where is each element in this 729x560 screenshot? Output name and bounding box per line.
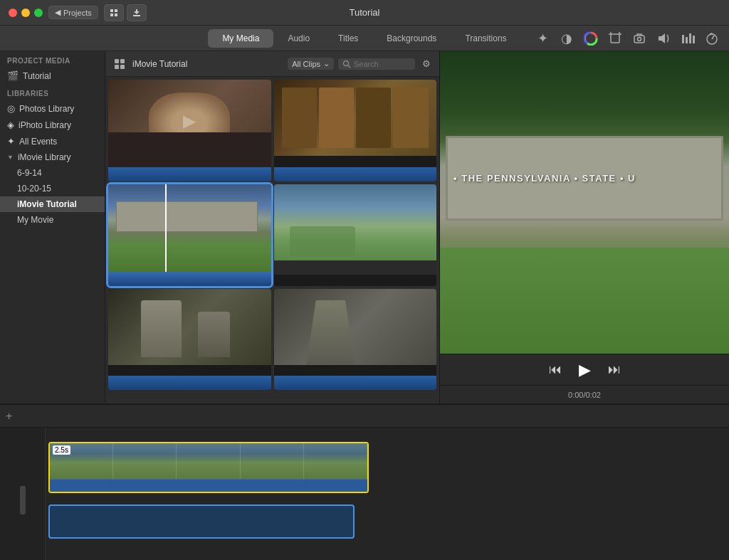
audio-waveform-6 <box>274 376 437 390</box>
playhead <box>165 184 167 272</box>
search-input[interactable] <box>354 60 411 68</box>
tab-titles[interactable]: Titles <box>324 29 372 48</box>
clip-filter-dropdown[interactable]: All Clips ⌄ <box>288 58 334 70</box>
magic-wand-icon[interactable]: ✦ <box>533 28 552 48</box>
speed-icon[interactable] <box>702 28 722 48</box>
preview-video-area: • THE PENNSYLVANIA • STATE • U <box>440 51 729 354</box>
toggle-view-icon[interactable] <box>111 56 128 73</box>
svg-rect-2 <box>110 14 113 16</box>
sidebar-item-imovie-library[interactable]: ▼ iMovie Library <box>0 149 105 165</box>
sidebar-item-my-movie[interactable]: My Movie <box>0 212 105 228</box>
timeline-video-track: 2.5s <box>48 442 369 499</box>
tab-my-media[interactable]: My Media <box>208 29 273 48</box>
timeline-toolbar: + <box>0 405 729 428</box>
crop-icon[interactable] <box>605 28 625 48</box>
sidebar-item-imovie-tutorial[interactable]: iMovie Tutorial <box>0 196 105 212</box>
titlebar: ◀ Projects Tutorial <box>0 0 729 26</box>
iphoto-icon: ◈ <box>7 120 14 130</box>
fullscreen-button[interactable] <box>34 9 43 17</box>
sidebar-item-photos-library[interactable]: ◎ Photos Library <box>0 100 105 117</box>
svg-rect-15 <box>689 33 691 43</box>
svg-rect-1 <box>115 9 117 12</box>
media-clip-3[interactable]: 2.5s <box>108 184 271 286</box>
timeline-content: 2.5s <box>0 428 729 560</box>
back-chevron-icon: ◀ <box>55 8 61 17</box>
svg-rect-3 <box>115 14 117 16</box>
svg-rect-6 <box>611 34 619 43</box>
timeline-add-icon[interactable]: + <box>6 410 12 423</box>
sidebar: PROJECT MEDIA 🎬 Tutorial LIBRARIES ◎ Pho… <box>0 51 105 403</box>
sidebar-item-all-events[interactable]: ✦ All Events <box>0 133 105 149</box>
svg-rect-20 <box>115 65 119 69</box>
filter-chevron-icon: ⌄ <box>323 59 330 68</box>
svg-rect-19 <box>120 59 125 63</box>
color-wheel-icon[interactable] <box>581 28 601 48</box>
timeline-playhead <box>54 428 56 541</box>
media-clip-2[interactable] <box>274 80 437 181</box>
preview-time-display: 0:00 / 0:02 <box>440 385 729 403</box>
search-icon <box>342 60 351 68</box>
libraries-label: LIBRARIES <box>0 84 105 100</box>
svg-rect-0 <box>110 9 113 12</box>
media-library-title: iMovie Tutorial <box>132 59 283 69</box>
timeline-panel: + 2.5s <box>0 403 729 560</box>
timeline-audio-track[interactable] <box>48 504 355 539</box>
media-clip-grid: 2.5s <box>105 77 439 403</box>
photos-icon: ◎ <box>7 103 15 114</box>
timeline-audio-waveform <box>50 479 367 492</box>
timeline-clip-duration: 2.5s <box>53 445 70 455</box>
search-box[interactable] <box>338 58 415 70</box>
sidebar-item-tutorial[interactable]: 🎬 Tutorial <box>0 68 105 84</box>
equalizer-icon[interactable] <box>678 28 698 48</box>
svg-rect-14 <box>686 37 688 43</box>
volume-icon[interactable] <box>654 28 673 48</box>
download-button[interactable] <box>127 4 147 21</box>
events-icon: ✦ <box>7 136 15 147</box>
media-clip-6[interactable] <box>274 289 437 391</box>
sidebar-item-iphoto-library[interactable]: ◈ iPhoto Library <box>0 117 105 133</box>
window-title: Tutorial <box>350 7 380 18</box>
color-balance-icon[interactable]: ◑ <box>557 28 577 48</box>
media-clip-5[interactable] <box>108 289 271 391</box>
close-button[interactable] <box>9 9 17 17</box>
movie-icon: 🎬 <box>7 70 19 81</box>
minimize-button[interactable] <box>21 9 30 17</box>
timeline-clip[interactable]: 2.5s <box>48 442 369 493</box>
sidebar-item-6-9-14[interactable]: 6-9-14 <box>0 165 105 181</box>
sidebar-item-10-20-15[interactable]: 10-20-15 <box>0 181 105 196</box>
tab-backgrounds[interactable]: Backgrounds <box>372 29 451 48</box>
project-media-label: PROJECT MEDIA <box>0 51 105 68</box>
audio-waveform-3 <box>108 272 271 286</box>
media-clip-1[interactable] <box>108 80 271 181</box>
camera-stabilize-icon[interactable] <box>629 28 649 48</box>
main-layout: PROJECT MEDIA 🎬 Tutorial LIBRARIES ◎ Pho… <box>0 51 729 403</box>
svg-rect-11 <box>634 36 644 43</box>
timeline-scroll-handle[interactable] <box>20 486 26 514</box>
media-settings-icon[interactable]: ⚙ <box>419 57 434 71</box>
preview-panel: • THE PENNSYLVANIA • STATE • U 🎤 ⏮ ▶ ⏭ 0… <box>440 51 729 403</box>
view-controls <box>104 4 147 21</box>
skip-to-end-button[interactable]: ⏭ <box>605 359 624 380</box>
svg-rect-13 <box>682 35 684 43</box>
projects-button[interactable]: ◀ Projects <box>48 6 98 19</box>
media-type-tabs: My Media Audio Titles Backgrounds Transi… <box>0 26 729 51</box>
svg-rect-4 <box>133 15 140 16</box>
media-clip-4[interactable] <box>274 184 437 286</box>
skip-to-start-button[interactable]: ⏮ <box>546 359 565 380</box>
tab-audio[interactable]: Audio <box>273 29 324 48</box>
grid-view-button[interactable] <box>104 4 124 21</box>
traffic-lights <box>9 9 43 17</box>
svg-rect-16 <box>693 36 695 43</box>
svg-line-23 <box>348 65 350 68</box>
expand-triangle-icon: ▼ <box>7 154 14 161</box>
playback-controls: ⏮ ▶ ⏭ <box>440 354 729 385</box>
svg-point-12 <box>638 37 641 41</box>
play-button[interactable]: ▶ <box>576 358 594 382</box>
media-browser-panel: iMovie Tutorial All Clips ⌄ ⚙ <box>105 51 440 403</box>
svg-rect-21 <box>120 65 125 69</box>
svg-point-22 <box>344 60 349 65</box>
tab-transitions[interactable]: Transitions <box>451 29 520 48</box>
audio-waveform-2 <box>274 167 437 181</box>
audio-waveform-5 <box>108 376 271 390</box>
svg-rect-18 <box>115 59 119 63</box>
